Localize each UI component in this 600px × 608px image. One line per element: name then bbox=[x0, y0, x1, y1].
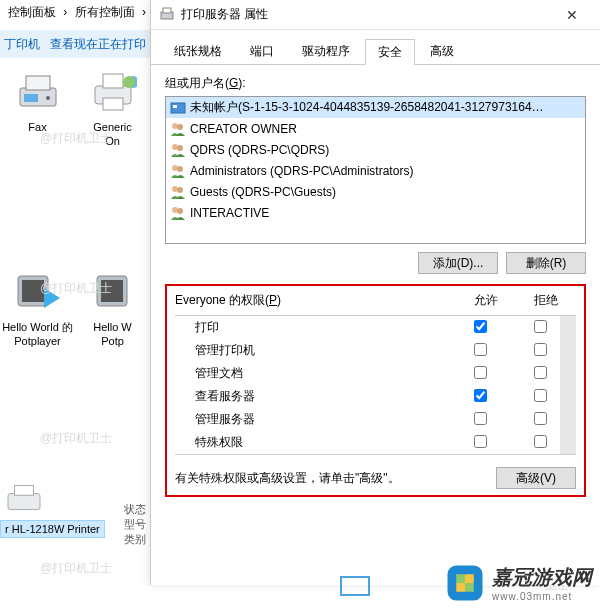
deny-checkbox[interactable] bbox=[534, 320, 547, 333]
detail-model: 型号 bbox=[124, 517, 146, 532]
print-server-properties-dialog: 打印服务器 属性 ✕ 纸张规格 端口 驱动程序 安全 高级 组或用户名(G): … bbox=[150, 0, 600, 585]
tab-port[interactable]: 端口 bbox=[237, 38, 287, 64]
brand-logo-icon bbox=[444, 562, 486, 604]
svg-rect-10 bbox=[22, 280, 44, 302]
tab-driver[interactable]: 驱动程序 bbox=[289, 38, 363, 64]
printer-item-potplayer[interactable]: Hello World 的 Potplayer bbox=[0, 260, 75, 357]
account-name: 未知帐户(S-1-15-3-1024-4044835139-2658482041… bbox=[190, 99, 544, 116]
fax-icon bbox=[14, 68, 62, 116]
detail-status: 状态 bbox=[124, 502, 146, 517]
account-name: QDRS (QDRS-PC\QDRS) bbox=[190, 143, 329, 157]
account-name: Administrators (QDRS-PC\Administrators) bbox=[190, 164, 413, 178]
permission-name: 查看服务器 bbox=[195, 388, 450, 405]
permission-name: 管理服务器 bbox=[195, 411, 450, 428]
allow-checkbox[interactable] bbox=[474, 435, 487, 448]
deny-checkbox[interactable] bbox=[534, 412, 547, 425]
svg-rect-33 bbox=[465, 583, 474, 592]
svg-point-20 bbox=[177, 124, 183, 130]
allow-checkbox[interactable] bbox=[474, 412, 487, 425]
allow-checkbox[interactable] bbox=[474, 389, 487, 402]
account-list-item[interactable]: CREATOR OWNER bbox=[166, 118, 585, 139]
breadcrumb-item[interactable]: 所有控制面 bbox=[75, 5, 135, 19]
permission-row: 特殊权限 bbox=[175, 431, 576, 454]
svg-point-22 bbox=[177, 145, 183, 151]
svg-rect-18 bbox=[173, 105, 177, 108]
account-list-item[interactable]: 未知帐户(S-1-15-3-1024-4044835139-2658482041… bbox=[166, 97, 585, 118]
printer-label: Generic On bbox=[77, 120, 148, 149]
scrollbar[interactable] bbox=[560, 316, 576, 454]
svg-rect-16 bbox=[163, 8, 171, 13]
details-panel: r HL-1218W Printer 状态 型号 类别 bbox=[0, 480, 150, 538]
permission-row: 管理文档 bbox=[175, 362, 576, 385]
svg-point-3 bbox=[46, 96, 50, 100]
svg-point-27 bbox=[172, 207, 178, 213]
footer-branding: 嘉冠游戏网 www.03mm.net bbox=[444, 562, 592, 604]
allow-checkbox[interactable] bbox=[474, 320, 487, 333]
printer-label: Fax bbox=[2, 120, 73, 134]
svg-rect-31 bbox=[465, 574, 474, 583]
allow-header: 允许 bbox=[456, 292, 516, 309]
account-list-item[interactable]: QDRS (QDRS-PC\QDRS) bbox=[166, 139, 585, 160]
deny-checkbox[interactable] bbox=[534, 435, 547, 448]
svg-point-24 bbox=[177, 166, 183, 172]
svg-rect-14 bbox=[14, 486, 33, 496]
svg-rect-6 bbox=[103, 98, 123, 110]
svg-rect-2 bbox=[24, 94, 38, 102]
svg-point-26 bbox=[177, 187, 183, 193]
permissions-list: 打印管理打印机管理文档查看服务器管理服务器特殊权限 bbox=[175, 315, 576, 455]
account-list-item[interactable]: INTERACTIVE bbox=[166, 202, 585, 223]
permission-name: 管理文档 bbox=[195, 365, 450, 382]
account-list-item[interactable]: Guests (QDRS-PC\Guests) bbox=[166, 181, 585, 202]
tab-paper[interactable]: 纸张规格 bbox=[161, 38, 235, 64]
account-list-item[interactable]: Administrators (QDRS-PC\Administrators) bbox=[166, 160, 585, 181]
tab-advanced[interactable]: 高级 bbox=[417, 38, 467, 64]
svg-rect-12 bbox=[101, 280, 123, 302]
printer-item-fax[interactable]: Fax bbox=[0, 60, 75, 157]
permission-name: 特殊权限 bbox=[195, 434, 450, 451]
svg-point-25 bbox=[172, 186, 178, 192]
svg-point-21 bbox=[172, 144, 178, 150]
brand-url: www.03mm.net bbox=[492, 591, 592, 602]
dialog-title: 打印服务器 属性 bbox=[181, 6, 552, 23]
permission-row: 管理服务器 bbox=[175, 408, 576, 431]
accounts-listbox[interactable]: 未知帐户(S-1-15-3-1024-4044835139-2658482041… bbox=[165, 96, 586, 244]
svg-point-23 bbox=[172, 165, 178, 171]
svg-rect-32 bbox=[456, 583, 465, 592]
allow-checkbox[interactable] bbox=[474, 366, 487, 379]
printer-label: Hello W Potp bbox=[77, 320, 148, 349]
toolbar-link[interactable]: 丁印机 bbox=[4, 37, 40, 51]
breadcrumb-sep: › bbox=[142, 5, 146, 19]
printer-item-generic[interactable]: Generic On bbox=[75, 60, 150, 157]
account-name: CREATOR OWNER bbox=[190, 122, 297, 136]
group-users-label: 组或用户名(G): bbox=[165, 75, 586, 92]
permission-row: 管理打印机 bbox=[175, 339, 576, 362]
advanced-button[interactable]: 高级(V) bbox=[496, 467, 576, 489]
permission-name: 打印 bbox=[195, 319, 450, 336]
remove-button[interactable]: 删除(R) bbox=[506, 252, 586, 274]
svg-rect-5 bbox=[103, 74, 123, 88]
dialog-tabs: 纸张规格 端口 驱动程序 安全 高级 bbox=[151, 30, 600, 65]
deny-checkbox[interactable] bbox=[534, 343, 547, 356]
add-button[interactable]: 添加(D)... bbox=[418, 252, 498, 274]
svg-point-28 bbox=[177, 208, 183, 214]
allow-checkbox[interactable] bbox=[474, 343, 487, 356]
permission-row: 查看服务器 bbox=[175, 385, 576, 408]
account-name: INTERACTIVE bbox=[190, 206, 269, 220]
selected-printer[interactable]: r HL-1218W Printer bbox=[0, 520, 105, 538]
deny-checkbox[interactable] bbox=[534, 366, 547, 379]
tab-security[interactable]: 安全 bbox=[365, 39, 415, 65]
svg-rect-30 bbox=[456, 574, 465, 583]
permissions-section: Everyone 的权限(P) 允许 拒绝 打印管理打印机管理文档查看服务器管理… bbox=[165, 284, 586, 497]
toolbar-link[interactable]: 查看现在正在打印 bbox=[50, 37, 146, 51]
breadcrumb-item[interactable]: 控制面板 bbox=[8, 5, 56, 19]
deny-checkbox[interactable] bbox=[534, 389, 547, 402]
printer-item-potplayer2[interactable]: Hello W Potp bbox=[75, 260, 150, 357]
permissions-label: Everyone 的权限(P) bbox=[175, 292, 456, 309]
close-button[interactable]: ✕ bbox=[552, 0, 592, 30]
control-panel-bg: 控制面板 › 所有控制面 › 丁印机 查看现在正在打印 Fax Generic … bbox=[0, 0, 150, 608]
dialog-titlebar: 打印服务器 属性 ✕ bbox=[151, 0, 600, 30]
permission-name: 管理打印机 bbox=[195, 342, 450, 359]
svg-rect-13 bbox=[8, 494, 40, 510]
decorative-rect bbox=[340, 576, 370, 596]
printer-label: Hello World 的 Potplayer bbox=[2, 320, 73, 349]
